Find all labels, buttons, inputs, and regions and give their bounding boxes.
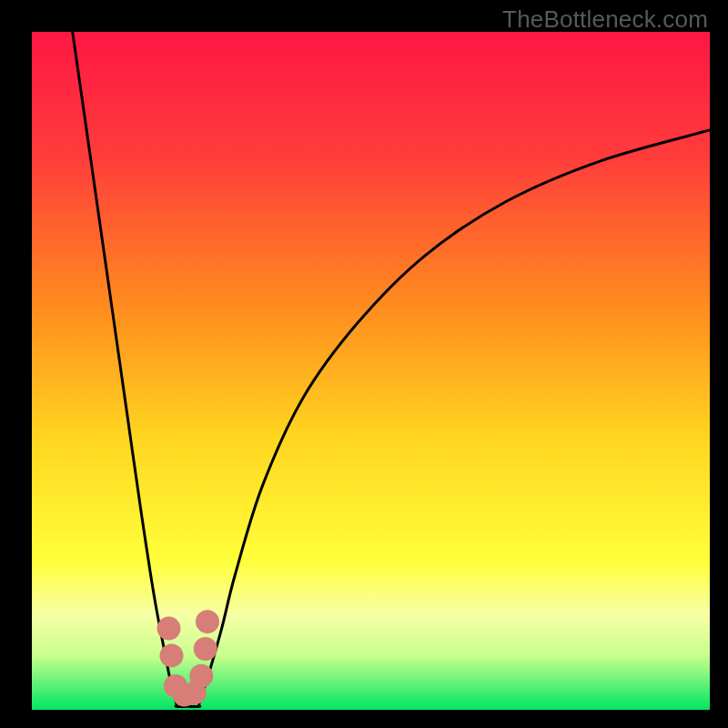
data-marker xyxy=(159,643,183,667)
watermark-text: TheBottleneck.com xyxy=(502,5,708,34)
data-marker xyxy=(194,637,217,661)
data-marker xyxy=(196,610,219,633)
chart-svg xyxy=(32,32,710,710)
data-marker xyxy=(189,664,213,688)
data-marker xyxy=(157,617,180,641)
gradient-background xyxy=(32,32,710,710)
chart-plot-area xyxy=(32,32,710,710)
outer-frame: TheBottleneck.com xyxy=(0,0,728,728)
